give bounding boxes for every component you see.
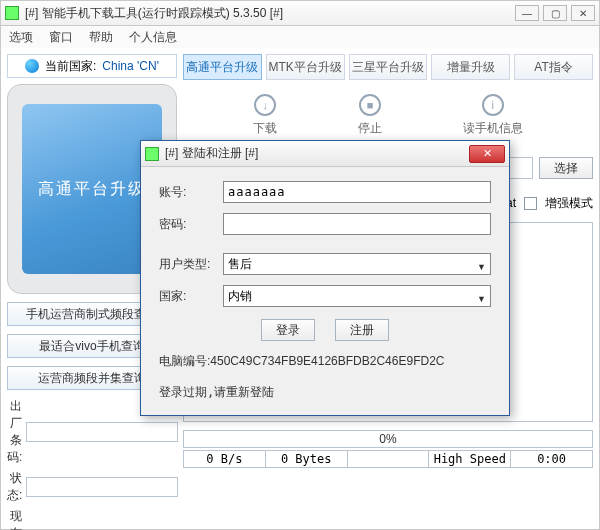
tab-samsung[interactable]: 三星平台升级 [349,54,428,80]
label-enhanced: 增强模式 [545,195,593,212]
tab-bar: 高通平台升级 MTK平台升级 三星平台升级 增量升级 AT指令 [183,54,593,80]
label-current-barcode: 现有条码: [7,508,26,530]
action-stop[interactable]: ■停止 [358,94,382,137]
input-password[interactable] [223,213,491,235]
menu-options[interactable]: 选项 [9,29,33,46]
label-status1: 状态: [7,470,26,504]
choose-button[interactable]: 选择 [539,157,593,179]
stat-speed: High Speed [429,450,511,468]
minimize-button[interactable]: — [515,5,539,21]
dialog-close-button[interactable]: ✕ [469,145,505,163]
checkbox-enhanced[interactable] [524,197,537,210]
country-box: 当前国家: China 'CN' [7,54,177,78]
dialog-title: [#] 登陆和注册 [#] [165,145,469,162]
label-password: 密码: [159,216,223,233]
tab-mtk[interactable]: MTK平台升级 [266,54,345,80]
label-factory-barcode: 出厂条码: [7,398,26,466]
input-status1[interactable] [26,477,178,497]
tab-incremental[interactable]: 增量升级 [431,54,510,80]
login-message: 登录过期,请重新登陆 [159,384,491,401]
action-readinfo[interactable]: i读手机信息 [463,94,523,137]
dialog-icon [145,147,159,161]
login-dialog: [#] 登陆和注册 [#] ✕ 账号: 密码: 用户类型:售后 国家:内销 登录… [140,140,510,416]
stat-blank [348,450,430,468]
menubar: 选项 窗口 帮助 个人信息 [0,26,600,48]
value-pcid: 450C49C734FB9E4126BFDB2C46E9FD2C [210,354,444,368]
app-icon [5,6,19,20]
globe-icon [25,59,39,73]
tab-qualcomm[interactable]: 高通平台升级 [183,54,262,80]
label-nation: 国家: [159,288,223,305]
menu-help[interactable]: 帮助 [89,29,113,46]
input-factory-barcode[interactable] [26,422,178,442]
country-value: China 'CN' [102,59,159,73]
input-account[interactable] [223,181,491,203]
action-download[interactable]: ↓下载 [253,94,277,137]
titlebar: [#] 智能手机下载工具(运行时跟踪模式) 5.3.50 [#] — ▢ ✕ [0,0,600,26]
menu-window[interactable]: 窗口 [49,29,73,46]
close-button[interactable]: ✕ [571,5,595,21]
country-label: 当前国家: [45,58,96,75]
select-usertype[interactable]: 售后 [223,253,491,275]
login-button[interactable]: 登录 [261,319,315,341]
window-title: [#] 智能手机下载工具(运行时跟踪模式) 5.3.50 [#] [25,5,515,22]
download-icon: ↓ [254,94,276,116]
label-account: 账号: [159,184,223,201]
stat-rate: 0 B/s [183,450,266,468]
info-icon: i [482,94,504,116]
progress-bar: 0% [183,430,593,448]
label-pcid: 电脑编号: [159,354,210,368]
progress-pct: 0% [184,432,592,446]
maximize-button[interactable]: ▢ [543,5,567,21]
menu-profile[interactable]: 个人信息 [129,29,177,46]
stat-bytes: 0 Bytes [266,450,348,468]
register-button[interactable]: 注册 [335,319,389,341]
stop-icon: ■ [359,94,381,116]
label-usertype: 用户类型: [159,256,223,273]
select-nation[interactable]: 内销 [223,285,491,307]
stat-time: 0:00 [511,450,593,468]
tab-at[interactable]: AT指令 [514,54,593,80]
